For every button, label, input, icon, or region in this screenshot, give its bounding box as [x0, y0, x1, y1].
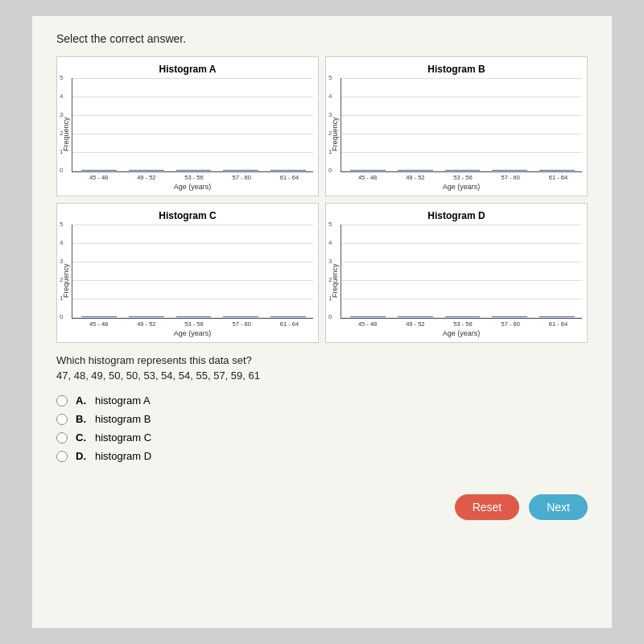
bar-group	[345, 316, 392, 318]
bar-group	[439, 316, 486, 318]
x-label: 61 - 64	[266, 320, 313, 328]
bar-group	[486, 316, 534, 318]
option-letter: C.	[76, 431, 89, 444]
bar-group	[392, 170, 440, 171]
bar-group	[170, 316, 217, 318]
x-label: 53 - 56	[170, 174, 217, 181]
x-label: 57 - 60	[487, 320, 535, 328]
bar-group	[264, 316, 312, 318]
option-letter: A.	[76, 394, 89, 407]
x-axis-label: Age (years)	[341, 329, 582, 337]
bar	[398, 170, 433, 171]
bar	[539, 316, 575, 318]
bar-group	[264, 170, 312, 171]
bottom-bar: Reset Next	[56, 486, 588, 520]
option-label: histogram B	[95, 413, 151, 425]
histogram-b: Histogram BFrequency54321045 - 4849 - 52…	[325, 56, 588, 196]
x-axis-label: Age (years)	[72, 329, 313, 337]
histogram-a: Histogram AFrequency54321045 - 4849 - 52…	[56, 56, 319, 196]
bar-group	[76, 316, 123, 318]
x-label: 53 - 56	[439, 174, 486, 181]
bar-group	[533, 316, 580, 318]
options-list: A.histogram AB.histogram BC.histogram CD…	[56, 394, 588, 462]
bar-group	[345, 170, 392, 171]
option-b[interactable]: B.histogram B	[56, 413, 588, 425]
x-label: 49 - 52	[391, 320, 439, 328]
histogram-d-title: Histogram D	[331, 210, 582, 221]
x-label: 45 - 48	[344, 174, 391, 181]
bar	[350, 316, 386, 318]
dataset-text: 47, 48, 49, 50, 50, 53, 54, 54, 55, 57, …	[56, 369, 588, 382]
option-c[interactable]: C.histogram C	[56, 431, 588, 444]
histogram-a-title: Histogram A	[62, 64, 313, 75]
radio-c[interactable]	[56, 432, 68, 444]
reset-button[interactable]: Reset	[455, 494, 520, 520]
x-label: 61 - 64	[266, 174, 313, 181]
x-label: 61 - 64	[535, 174, 582, 181]
x-label: 53 - 56	[439, 320, 486, 328]
bar-group	[533, 170, 580, 171]
bar-group	[76, 170, 123, 171]
bar-group	[217, 170, 265, 171]
x-axis-label: Age (years)	[72, 183, 313, 191]
x-label: 53 - 56	[170, 320, 217, 328]
bar	[223, 316, 258, 318]
instruction-text: Select the correct answer.	[56, 32, 588, 45]
x-label: 49 - 52	[122, 174, 170, 181]
histogram-d: Histogram DFrequency54321045 - 4849 - 52…	[325, 203, 588, 343]
y-axis-label: Frequency	[331, 225, 339, 337]
bar	[270, 170, 306, 171]
y-axis-label: Frequency	[331, 78, 339, 191]
bar	[81, 170, 117, 171]
x-label: 57 - 60	[218, 320, 266, 328]
bar-group	[486, 170, 534, 171]
histogram-c-title: Histogram C	[62, 210, 313, 221]
x-axis-label: Age (years)	[341, 183, 582, 191]
bar	[81, 316, 117, 318]
option-label: histogram D	[95, 450, 151, 462]
next-button[interactable]: Next	[529, 494, 588, 520]
bar	[445, 170, 481, 171]
bar-group	[217, 316, 265, 318]
x-label: 61 - 64	[535, 320, 582, 328]
histogram-c: Histogram CFrequency54321045 - 4849 - 52…	[56, 203, 319, 343]
bar	[492, 170, 527, 171]
bar	[350, 170, 386, 171]
option-label: histogram A	[95, 394, 151, 407]
x-label: 57 - 60	[218, 174, 266, 181]
option-letter: B.	[76, 413, 89, 425]
radio-a[interactable]	[56, 395, 68, 407]
bar-group	[123, 316, 171, 318]
bar	[445, 316, 481, 318]
y-axis-label: Frequency	[62, 225, 70, 337]
bar	[176, 316, 212, 318]
option-d[interactable]: D.histogram D	[56, 450, 588, 462]
bar	[129, 170, 164, 171]
x-label: 45 - 48	[75, 320, 122, 328]
x-label: 49 - 52	[122, 320, 170, 328]
x-label: 49 - 52	[391, 174, 439, 181]
radio-d[interactable]	[56, 451, 68, 462]
bar-group	[392, 316, 440, 318]
bar	[176, 170, 212, 171]
option-label: histogram C	[95, 431, 151, 444]
bar	[539, 170, 575, 171]
y-axis-label: Frequency	[62, 78, 70, 191]
bar	[223, 170, 258, 171]
bar	[129, 316, 164, 318]
bar-group	[170, 170, 217, 171]
page-container: Select the correct answer. Histogram AFr…	[32, 16, 612, 628]
question-text: Which histogram represents this data set…	[56, 354, 588, 366]
bar	[270, 316, 306, 318]
bar	[492, 316, 527, 318]
option-letter: D.	[76, 450, 89, 462]
radio-b[interactable]	[56, 414, 68, 425]
bar	[398, 316, 433, 318]
bar-group	[123, 170, 171, 171]
option-a[interactable]: A.histogram A	[56, 394, 588, 407]
x-label: 45 - 48	[75, 174, 122, 181]
histograms-grid: Histogram AFrequency54321045 - 4849 - 52…	[56, 56, 588, 343]
x-label: 45 - 48	[344, 320, 391, 328]
histogram-b-title: Histogram B	[331, 64, 582, 75]
x-label: 57 - 60	[487, 174, 535, 181]
